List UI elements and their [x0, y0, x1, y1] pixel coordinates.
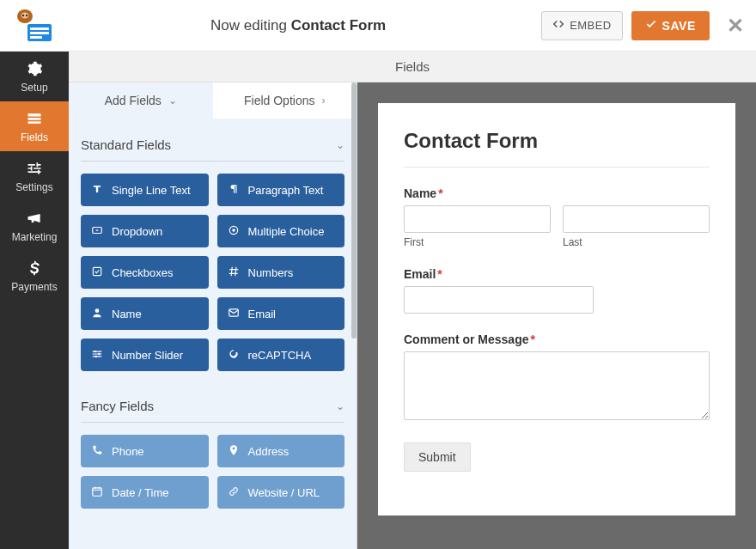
tab-label: Field Options	[244, 94, 314, 107]
fields-panel: Add Fields ⌄ Field Options › Standard Fi…	[69, 82, 357, 549]
gear-icon	[26, 60, 43, 80]
required-marker: *	[438, 186, 442, 200]
field-label: Dropdown	[112, 225, 162, 238]
submit-button[interactable]: Submit	[404, 442, 471, 472]
svg-point-2	[22, 14, 24, 15]
wpforms-logo	[12, 9, 55, 43]
section-title: Fancy Fields	[81, 399, 154, 413]
now-editing-title: Now editing Contact Form	[55, 17, 541, 34]
input-last-name[interactable]	[563, 205, 710, 233]
field-checkboxes[interactable]: Checkboxes	[81, 256, 209, 289]
field-number-slider[interactable]: Number Slider	[81, 339, 209, 371]
rail-label: Marketing	[12, 231, 58, 243]
rail-item-marketing[interactable]: Marketing	[0, 201, 69, 251]
label-email: Email*	[404, 267, 710, 281]
field-numbers[interactable]: Numbers	[217, 256, 345, 289]
preview-field-email[interactable]: Email*	[404, 267, 710, 314]
section-header-fancy[interactable]: Fancy Fields ⌄	[81, 392, 344, 423]
field-label: Email	[248, 308, 277, 320]
field-date-time[interactable]: Date / Time	[81, 476, 209, 509]
sublabel-last: Last	[563, 236, 710, 248]
editing-form-name: Contact Form	[291, 17, 387, 34]
input-email[interactable]	[404, 286, 594, 314]
field-address[interactable]: Address	[217, 435, 345, 467]
label-name: Name*	[404, 186, 710, 200]
panel-tabs: Add Fields ⌄ Field Options ›	[69, 82, 357, 119]
recaptcha-icon	[228, 348, 240, 363]
form-preview: Contact Form Name* First Last	[378, 103, 735, 515]
dollar-icon	[26, 259, 43, 279]
svg-rect-9	[28, 118, 41, 120]
svg-rect-7	[30, 36, 42, 39]
field-label: Address	[248, 445, 290, 458]
standard-fields-grid: Single Line Text Paragraph Text Dropdown…	[81, 174, 344, 371]
svg-rect-5	[30, 27, 49, 30]
svg-point-18	[98, 352, 100, 354]
left-rail: Setup Fields Settings Marketing Payments	[0, 52, 69, 549]
top-bar: Now editing Contact Form EMBED SAVE ✕	[0, 0, 756, 52]
code-icon	[552, 18, 564, 33]
svg-point-13	[232, 229, 235, 232]
tab-label: Add Fields	[105, 94, 162, 107]
field-label: Numbers	[248, 266, 294, 279]
input-first-name[interactable]	[404, 205, 551, 233]
required-marker: *	[530, 332, 534, 346]
panel-scroll[interactable]: Standard Fields ⌄ Single Line Text Parag…	[69, 119, 357, 549]
field-single-line-text[interactable]: Single Line Text	[81, 174, 209, 206]
field-website-url[interactable]: Website / URL	[217, 476, 345, 509]
check-icon	[645, 18, 657, 33]
rail-item-payments[interactable]: Payments	[0, 251, 69, 301]
field-label: Date / Time	[112, 486, 168, 499]
pin-icon	[228, 444, 240, 459]
calendar-icon	[91, 485, 103, 500]
chevron-down-icon: ⌄	[168, 95, 177, 107]
field-label: Multiple Choice	[248, 225, 325, 238]
field-paragraph-text[interactable]: Paragraph Text	[217, 174, 345, 206]
field-multiple-choice[interactable]: Multiple Choice	[217, 215, 345, 247]
sublabel-first: First	[404, 236, 551, 248]
tab-add-fields[interactable]: Add Fields ⌄	[69, 82, 213, 119]
center-column: Fields Add Fields ⌄ Field Options ›	[69, 52, 756, 549]
form-icon	[26, 110, 43, 130]
panel-title: Fields	[395, 59, 430, 74]
fancy-fields-grid: Phone Address Date / Time Website / URL	[81, 435, 344, 509]
input-comment[interactable]	[404, 351, 710, 420]
field-label: Paragraph Text	[248, 184, 324, 197]
preview-field-name[interactable]: Name* First Last	[404, 186, 710, 248]
svg-point-15	[95, 308, 100, 313]
form-title: Contact Form	[404, 129, 710, 168]
field-dropdown[interactable]: Dropdown	[81, 215, 209, 247]
field-label: Number Slider	[112, 349, 183, 362]
dropdown-icon	[91, 224, 103, 239]
embed-button-label: EMBED	[570, 19, 611, 32]
envelope-icon	[228, 307, 240, 321]
hash-icon	[228, 265, 240, 280]
scrollbar-thumb[interactable]	[351, 82, 357, 339]
tab-field-options[interactable]: Field Options ›	[213, 82, 357, 119]
field-label: Checkboxes	[112, 266, 174, 279]
rail-item-setup[interactable]: Setup	[0, 52, 69, 101]
embed-button[interactable]: EMBED	[541, 11, 622, 40]
svg-point-17	[94, 350, 96, 351]
field-phone[interactable]: Phone	[81, 435, 209, 467]
field-recaptcha[interactable]: reCAPTCHA	[217, 339, 345, 371]
svg-point-19	[95, 355, 97, 357]
rail-item-settings[interactable]: Settings	[0, 151, 69, 201]
rail-item-fields[interactable]: Fields	[0, 101, 69, 151]
section-header-standard[interactable]: Standard Fields ⌄	[81, 131, 344, 162]
preview-field-comment[interactable]: Comment or Message*	[404, 332, 710, 424]
svg-rect-6	[30, 32, 49, 34]
checkbox-icon	[91, 265, 103, 280]
save-button[interactable]: SAVE	[631, 11, 710, 40]
close-icon[interactable]: ✕	[727, 14, 744, 38]
svg-rect-20	[93, 487, 102, 495]
field-label: Name	[112, 308, 142, 320]
field-name[interactable]: Name	[81, 297, 209, 330]
svg-rect-8	[28, 113, 41, 116]
field-email[interactable]: Email	[217, 297, 345, 330]
section-title: Standard Fields	[81, 137, 171, 152]
required-marker: *	[437, 267, 442, 281]
preview-stage: Contact Form Name* First Last	[357, 82, 756, 549]
rail-label: Fields	[21, 131, 48, 143]
svg-rect-10	[28, 121, 41, 124]
